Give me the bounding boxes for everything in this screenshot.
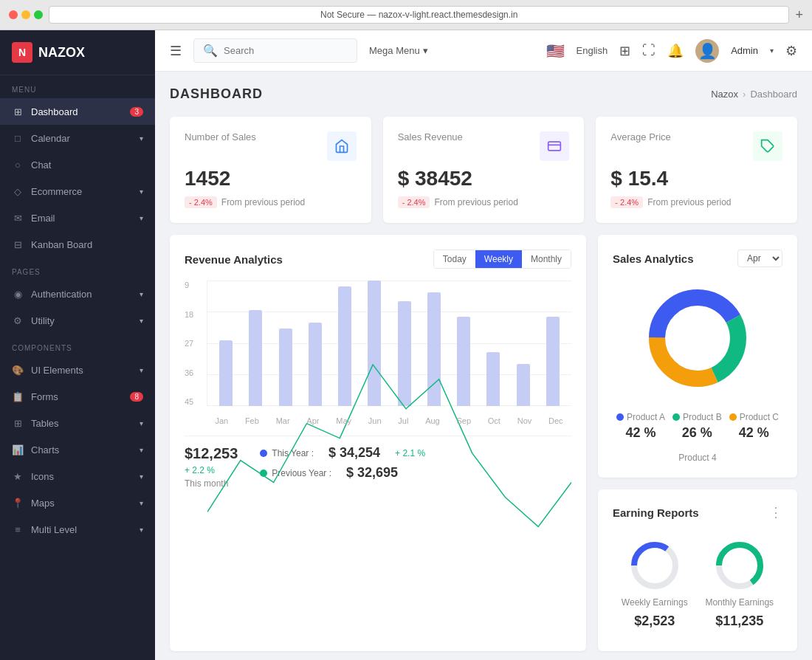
flag-icon: 🇺🇸 <box>546 42 565 60</box>
this-month-value: $12,253 <box>185 445 238 462</box>
multilevel-icon: ≡ <box>12 523 24 535</box>
bar-Nov <box>517 364 530 406</box>
stat-change: - 2.4% <box>610 196 643 208</box>
stat-icon-revenue <box>540 131 569 161</box>
topnav-right: 🇺🇸 English ⊞ ⛶ 🔔 👤 Admin ▾ ⚙ <box>546 39 798 63</box>
product-c: Product C 42 % <box>729 412 779 441</box>
address-bar[interactable]: Not Secure — nazox-v-light.react.themesd… <box>49 6 789 24</box>
sidebar: N NAZOX MENU ⊞ Dashboard 3 □ Calendar ▾ … <box>0 30 155 660</box>
prev-year-group: Previous Year : $ 32,695 <box>260 465 571 481</box>
more-button[interactable]: ⋮ <box>769 504 782 520</box>
product-c-name: Product C <box>740 412 779 422</box>
utility-icon: ⚙ <box>12 314 24 326</box>
search-box[interactable]: 🔍 <box>193 38 357 63</box>
dashboard-badge: 3 <box>130 107 143 117</box>
product-c-pct: 42 % <box>739 425 769 441</box>
tab-today[interactable]: Today <box>434 250 475 268</box>
breadcrumb-home[interactable]: Nazox <box>711 89 738 100</box>
this-month-label: This month <box>185 478 238 489</box>
bar-Apr <box>309 323 322 406</box>
donut-chart <box>639 279 757 397</box>
maximize-dot[interactable] <box>34 10 43 19</box>
tab-weekly[interactable]: Weekly <box>475 250 522 268</box>
sidebar-item-ui-elements[interactable]: 🎨 UI Elements ▾ <box>0 357 155 383</box>
sidebar-item-label: Chat <box>31 159 143 171</box>
stat-label: Sales Revenue <box>398 131 463 142</box>
breadcrumb: Nazox › Dashboard <box>711 89 797 100</box>
sidebar-item-forms[interactable]: 📋 Forms 8 <box>0 383 155 410</box>
sidebar-item-multi-level[interactable]: ≡ Multi Level ▾ <box>0 516 155 543</box>
earning-reports-card: Earning Reports ⋮ Weekly Earnings $2,523 <box>598 489 797 651</box>
prev-year-dot <box>260 470 267 477</box>
browser-dots <box>9 10 43 19</box>
product-a-pct: 42 % <box>625 425 656 441</box>
sidebar-item-calendar[interactable]: □ Calendar ▾ <box>0 125 155 151</box>
stat-value-price: $ 15.4 <box>610 167 782 190</box>
forms-icon: 📋 <box>12 391 24 402</box>
sidebar-item-dashboard[interactable]: ⊞ Dashboard 3 <box>0 98 155 125</box>
product-c-dot <box>729 413 737 421</box>
fullscreen-icon[interactable]: ⛶ <box>642 43 656 58</box>
bar-Jul <box>398 301 411 406</box>
stat-change-label: From previous period <box>221 197 305 207</box>
sidebar-item-authentication[interactable]: ◉ Authentication ▾ <box>0 281 155 307</box>
bell-icon[interactable]: 🔔 <box>667 43 684 59</box>
page-content: DASHBOARD Nazox › Dashboard Number of Sa… <box>155 72 812 660</box>
sidebar-item-charts[interactable]: 📊 Charts ▾ <box>0 436 155 463</box>
sidebar-item-label: Dashboard <box>31 106 123 117</box>
close-dot[interactable] <box>9 10 18 19</box>
mega-menu-label: Mega Menu <box>369 45 420 56</box>
ui-icon: 🎨 <box>12 364 24 376</box>
search-input[interactable] <box>224 45 348 56</box>
monthly-donut <box>714 540 765 591</box>
avatar[interactable]: 👤 <box>695 39 719 63</box>
stat-label: Average Price <box>610 131 670 142</box>
search-icon: 🔍 <box>203 44 218 58</box>
bar-Jun <box>368 281 381 406</box>
sidebar-item-label: UI Elements <box>31 365 132 376</box>
weekly-earning-value: $2,523 <box>634 613 675 629</box>
settings-icon[interactable]: ⚙ <box>785 43 797 59</box>
period-select[interactable]: Apr May Jun <box>737 250 782 267</box>
apps-icon[interactable]: ⊞ <box>619 43 630 59</box>
chevron-down-icon: ▾ <box>423 45 428 56</box>
sidebar-item-tables[interactable]: ⊞ Tables ▾ <box>0 410 155 436</box>
charts-icon: 📊 <box>12 444 24 456</box>
weekly-donut <box>629 540 681 591</box>
legend-group: This Year : $ 34,254 + 2.1 % <box>260 445 571 461</box>
sales-analytics-card: Sales Analytics Apr May Jun <box>598 235 797 478</box>
new-tab-button[interactable]: + <box>795 7 803 23</box>
breadcrumb-separator: › <box>743 89 746 100</box>
chevron-down-icon: ▾ <box>140 419 143 427</box>
sidebar-item-ecommerce[interactable]: ◇ Ecommerce ▾ <box>0 178 155 204</box>
sidebar-item-label: Calendar <box>31 133 132 144</box>
language-label[interactable]: English <box>577 45 608 56</box>
sidebar-item-kanban[interactable]: ⊟ Kanban Board <box>0 231 155 258</box>
sidebar-item-maps[interactable]: 📍 Maps ▾ <box>0 489 155 516</box>
chart-footer: $12,253 + 2.2 % This month This Year : <box>185 436 571 489</box>
product-4-label: Product 4 <box>613 448 782 463</box>
breadcrumb-current: Dashboard <box>750 89 797 100</box>
sidebar-item-label: Multi Level <box>31 524 132 535</box>
mega-menu-button[interactable]: Mega Menu ▾ <box>369 45 428 56</box>
sidebar-item-email[interactable]: ✉ Email ▾ <box>0 204 155 231</box>
forms-badge: 8 <box>130 392 143 402</box>
monthly-earning: Monthly Earnings $11,235 <box>705 540 774 629</box>
sidebar-item-label: Maps <box>31 498 132 509</box>
right-column: Sales Analytics Apr May Jun <box>598 235 797 651</box>
chevron-down-icon: ▾ <box>140 446 143 454</box>
product-b-dot <box>672 413 680 421</box>
components-section-label: COMPONENTS <box>0 334 155 357</box>
hamburger-icon[interactable]: ☰ <box>170 43 182 59</box>
month-change: + 2.2 % <box>185 465 215 475</box>
minimize-dot[interactable] <box>21 10 30 19</box>
sidebar-item-chat[interactable]: ○ Chat <box>0 151 155 178</box>
chevron-down-icon: ▾ <box>770 47 774 55</box>
tables-icon: ⊞ <box>12 417 24 429</box>
stat-icon-sales <box>327 131 357 161</box>
stat-value-sales: 1452 <box>185 167 357 190</box>
tab-monthly[interactable]: Monthly <box>522 250 571 268</box>
sidebar-item-utility[interactable]: ⚙ Utility ▾ <box>0 307 155 334</box>
sidebar-item-icons[interactable]: ★ Icons ▾ <box>0 463 155 489</box>
admin-label[interactable]: Admin <box>731 45 758 56</box>
